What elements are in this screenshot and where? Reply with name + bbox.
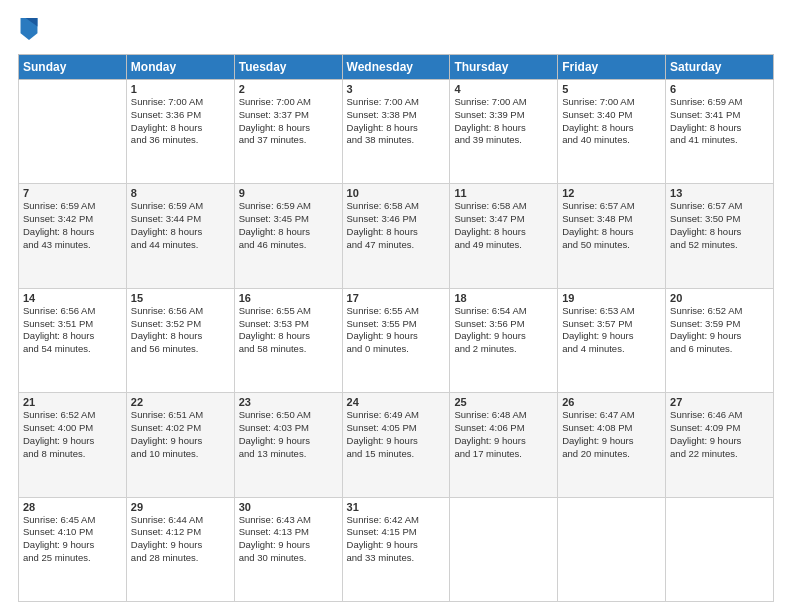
day-number: 5 [562,83,661,95]
page: SundayMondayTuesdayWednesdayThursdayFrid… [0,0,792,612]
day-info: Sunrise: 6:59 AMSunset: 3:45 PMDaylight:… [239,200,338,251]
weekday-header: Friday [558,55,666,80]
calendar-cell: 2Sunrise: 7:00 AMSunset: 3:37 PMDaylight… [234,80,342,184]
day-number: 10 [347,187,446,199]
day-info: Sunrise: 6:54 AMSunset: 3:56 PMDaylight:… [454,305,553,356]
day-number: 6 [670,83,769,95]
day-info: Sunrise: 6:56 AMSunset: 3:52 PMDaylight:… [131,305,230,356]
weekday-header: Monday [126,55,234,80]
day-info: Sunrise: 6:46 AMSunset: 4:09 PMDaylight:… [670,409,769,460]
day-info: Sunrise: 7:00 AMSunset: 3:39 PMDaylight:… [454,96,553,147]
calendar-cell: 20Sunrise: 6:52 AMSunset: 3:59 PMDayligh… [666,288,774,392]
calendar-cell: 1Sunrise: 7:00 AMSunset: 3:36 PMDaylight… [126,80,234,184]
day-number: 23 [239,396,338,408]
calendar-cell: 7Sunrise: 6:59 AMSunset: 3:42 PMDaylight… [19,184,127,288]
calendar-cell: 15Sunrise: 6:56 AMSunset: 3:52 PMDayligh… [126,288,234,392]
calendar-cell: 13Sunrise: 6:57 AMSunset: 3:50 PMDayligh… [666,184,774,288]
day-info: Sunrise: 6:42 AMSunset: 4:15 PMDaylight:… [347,514,446,565]
day-number: 20 [670,292,769,304]
weekday-header: Sunday [19,55,127,80]
weekday-header: Thursday [450,55,558,80]
calendar-cell: 6Sunrise: 6:59 AMSunset: 3:41 PMDaylight… [666,80,774,184]
calendar: SundayMondayTuesdayWednesdayThursdayFrid… [18,54,774,602]
calendar-cell [450,497,558,601]
day-info: Sunrise: 7:00 AMSunset: 3:40 PMDaylight:… [562,96,661,147]
calendar-cell: 25Sunrise: 6:48 AMSunset: 4:06 PMDayligh… [450,393,558,497]
calendar-cell: 16Sunrise: 6:55 AMSunset: 3:53 PMDayligh… [234,288,342,392]
day-info: Sunrise: 6:55 AMSunset: 3:53 PMDaylight:… [239,305,338,356]
calendar-cell: 18Sunrise: 6:54 AMSunset: 3:56 PMDayligh… [450,288,558,392]
day-number: 14 [23,292,122,304]
calendar-cell [666,497,774,601]
calendar-cell: 22Sunrise: 6:51 AMSunset: 4:02 PMDayligh… [126,393,234,497]
day-number: 22 [131,396,230,408]
day-info: Sunrise: 6:51 AMSunset: 4:02 PMDaylight:… [131,409,230,460]
day-info: Sunrise: 6:59 AMSunset: 3:41 PMDaylight:… [670,96,769,147]
day-number: 2 [239,83,338,95]
day-info: Sunrise: 6:58 AMSunset: 3:47 PMDaylight:… [454,200,553,251]
calendar-cell: 4Sunrise: 7:00 AMSunset: 3:39 PMDaylight… [450,80,558,184]
day-info: Sunrise: 7:00 AMSunset: 3:38 PMDaylight:… [347,96,446,147]
day-info: Sunrise: 6:58 AMSunset: 3:46 PMDaylight:… [347,200,446,251]
calendar-cell: 12Sunrise: 6:57 AMSunset: 3:48 PMDayligh… [558,184,666,288]
day-info: Sunrise: 6:55 AMSunset: 3:55 PMDaylight:… [347,305,446,356]
day-number: 1 [131,83,230,95]
day-number: 17 [347,292,446,304]
day-info: Sunrise: 6:45 AMSunset: 4:10 PMDaylight:… [23,514,122,565]
day-number: 24 [347,396,446,408]
day-info: Sunrise: 6:59 AMSunset: 3:42 PMDaylight:… [23,200,122,251]
day-info: Sunrise: 6:52 AMSunset: 3:59 PMDaylight:… [670,305,769,356]
day-number: 9 [239,187,338,199]
calendar-cell: 29Sunrise: 6:44 AMSunset: 4:12 PMDayligh… [126,497,234,601]
day-number: 30 [239,501,338,513]
day-number: 26 [562,396,661,408]
day-number: 13 [670,187,769,199]
day-number: 7 [23,187,122,199]
day-number: 31 [347,501,446,513]
day-number: 3 [347,83,446,95]
calendar-cell: 5Sunrise: 7:00 AMSunset: 3:40 PMDaylight… [558,80,666,184]
calendar-cell: 3Sunrise: 7:00 AMSunset: 3:38 PMDaylight… [342,80,450,184]
day-number: 19 [562,292,661,304]
day-number: 12 [562,187,661,199]
calendar-cell: 11Sunrise: 6:58 AMSunset: 3:47 PMDayligh… [450,184,558,288]
day-info: Sunrise: 7:00 AMSunset: 3:37 PMDaylight:… [239,96,338,147]
day-info: Sunrise: 6:44 AMSunset: 4:12 PMDaylight:… [131,514,230,565]
day-info: Sunrise: 6:56 AMSunset: 3:51 PMDaylight:… [23,305,122,356]
day-number: 21 [23,396,122,408]
calendar-cell: 31Sunrise: 6:42 AMSunset: 4:15 PMDayligh… [342,497,450,601]
day-number: 29 [131,501,230,513]
weekday-header: Saturday [666,55,774,80]
day-info: Sunrise: 6:43 AMSunset: 4:13 PMDaylight:… [239,514,338,565]
day-number: 27 [670,396,769,408]
day-number: 8 [131,187,230,199]
calendar-cell: 17Sunrise: 6:55 AMSunset: 3:55 PMDayligh… [342,288,450,392]
calendar-cell: 8Sunrise: 6:59 AMSunset: 3:44 PMDaylight… [126,184,234,288]
day-info: Sunrise: 6:57 AMSunset: 3:48 PMDaylight:… [562,200,661,251]
calendar-cell: 21Sunrise: 6:52 AMSunset: 4:00 PMDayligh… [19,393,127,497]
day-number: 16 [239,292,338,304]
day-number: 4 [454,83,553,95]
day-info: Sunrise: 6:59 AMSunset: 3:44 PMDaylight:… [131,200,230,251]
day-number: 25 [454,396,553,408]
calendar-cell: 26Sunrise: 6:47 AMSunset: 4:08 PMDayligh… [558,393,666,497]
day-number: 28 [23,501,122,513]
day-info: Sunrise: 6:48 AMSunset: 4:06 PMDaylight:… [454,409,553,460]
calendar-cell: 14Sunrise: 6:56 AMSunset: 3:51 PMDayligh… [19,288,127,392]
calendar-cell: 27Sunrise: 6:46 AMSunset: 4:09 PMDayligh… [666,393,774,497]
day-info: Sunrise: 6:57 AMSunset: 3:50 PMDaylight:… [670,200,769,251]
header [18,18,774,44]
calendar-cell: 24Sunrise: 6:49 AMSunset: 4:05 PMDayligh… [342,393,450,497]
calendar-cell: 30Sunrise: 6:43 AMSunset: 4:13 PMDayligh… [234,497,342,601]
weekday-header: Tuesday [234,55,342,80]
calendar-cell [19,80,127,184]
day-info: Sunrise: 6:50 AMSunset: 4:03 PMDaylight:… [239,409,338,460]
logo [18,18,42,44]
calendar-cell: 10Sunrise: 6:58 AMSunset: 3:46 PMDayligh… [342,184,450,288]
day-info: Sunrise: 6:49 AMSunset: 4:05 PMDaylight:… [347,409,446,460]
calendar-cell: 23Sunrise: 6:50 AMSunset: 4:03 PMDayligh… [234,393,342,497]
calendar-cell: 19Sunrise: 6:53 AMSunset: 3:57 PMDayligh… [558,288,666,392]
day-info: Sunrise: 6:53 AMSunset: 3:57 PMDaylight:… [562,305,661,356]
day-number: 11 [454,187,553,199]
day-info: Sunrise: 7:00 AMSunset: 3:36 PMDaylight:… [131,96,230,147]
